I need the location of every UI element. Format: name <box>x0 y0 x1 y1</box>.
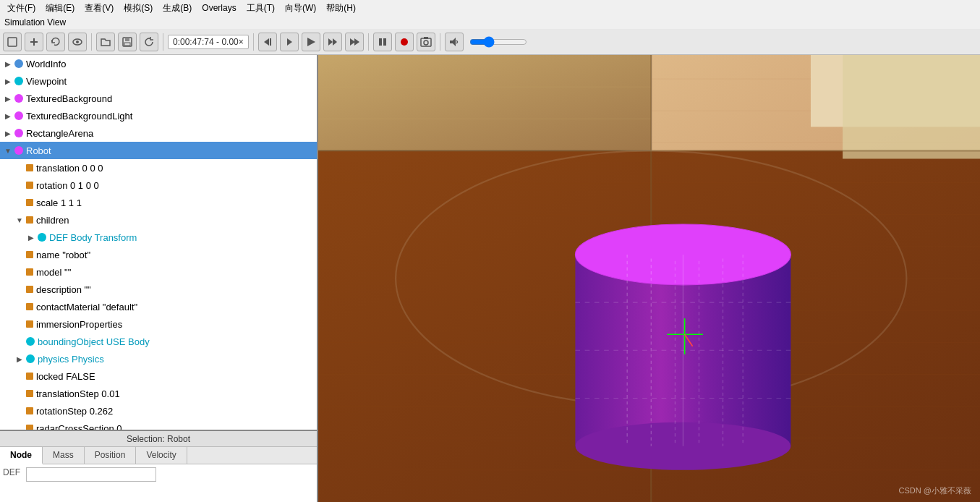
tree-label-immersion: immersionProperties <box>36 319 122 330</box>
tree-label-rectarena: RectangleArena <box>26 128 93 139</box>
tree-item-translation[interactable]: translation 0 0 0 <box>0 159 317 176</box>
tree-item-bounding[interactable]: boundingObject USE Body <box>0 333 317 350</box>
tree-item-description[interactable]: description "" <box>0 281 317 298</box>
menu-wizard[interactable]: 向导(W) <box>281 1 320 16</box>
tab-position[interactable]: Position <box>85 447 137 464</box>
tree-label-rotation: rotation 0 1 0 0 <box>36 180 99 191</box>
menu-edit[interactable]: 编辑(E) <box>41 1 79 16</box>
tab-node[interactable]: Node <box>0 447 43 464</box>
svg-marker-8 <box>264 38 269 46</box>
step-back-button[interactable] <box>258 33 277 51</box>
tree-icon-name <box>26 251 33 258</box>
tree-item-def-body[interactable]: DEF Body Transform <box>0 229 317 246</box>
tree-label-children: children <box>36 215 69 226</box>
svg-marker-11 <box>307 38 315 46</box>
svg-marker-14 <box>350 38 355 46</box>
expand-arrow-physics[interactable] <box>14 354 25 364</box>
play-button[interactable] <box>302 33 320 51</box>
tree-label-texturedbglight: TexturedBackgroundLight <box>26 111 132 122</box>
record-button[interactable] <box>395 33 414 51</box>
tree-icon-worldinfo <box>14 59 23 68</box>
tree-item-viewpoint[interactable]: Viewpoint <box>0 72 317 90</box>
expand-arrow-texturedbg[interactable] <box>3 93 13 103</box>
scene-tree[interactable]: WorldInfoViewpointTexturedBackgroundText… <box>0 55 317 430</box>
tree-item-children[interactable]: children <box>0 211 317 229</box>
tree-item-radar[interactable]: radarCrossSection 0... <box>0 420 317 430</box>
tree-item-name[interactable]: name "robot" <box>0 246 317 263</box>
speed-slider[interactable] <box>469 36 527 48</box>
toolbar: 0:00:47:74 - 0.00× <box>0 29 980 55</box>
selection-bar: Selection: Robot <box>0 431 317 447</box>
menu-file[interactable]: 文件(F) <box>3 1 40 16</box>
refresh-button[interactable] <box>140 33 158 51</box>
time-display: 0:00:47:74 - 0.00× <box>168 35 249 49</box>
expand-arrow-name <box>14 250 25 260</box>
screenshot-button[interactable] <box>417 33 435 51</box>
svg-rect-44 <box>318 55 651 150</box>
tree-icon-immersion <box>26 320 33 328</box>
tree-icon-physics <box>26 354 35 363</box>
fast-forward-button[interactable] <box>323 33 342 51</box>
tree-item-scale[interactable]: scale 1 1 1 <box>0 194 317 211</box>
tree-label-radar: radarCrossSection 0... <box>36 423 129 430</box>
expand-arrow-children[interactable] <box>14 215 25 225</box>
expand-arrow-scale <box>14 197 25 208</box>
tree-item-rotation[interactable]: rotation 0 1 0 0 <box>0 176 317 194</box>
pause-button[interactable] <box>373 33 392 51</box>
tree-icon-def-body <box>38 233 46 242</box>
main-area: WorldInfoViewpointTexturedBackgroundText… <box>0 55 980 502</box>
tree-icon-robot <box>14 146 23 155</box>
tree-icon-contact <box>26 303 33 310</box>
svg-rect-6 <box>125 38 129 41</box>
menu-build[interactable]: 生成(B) <box>158 1 196 16</box>
tree-item-worldinfo[interactable]: WorldInfo <box>0 55 317 72</box>
expand-arrow-worldinfo[interactable] <box>3 59 13 69</box>
tree-label-contact: contactMaterial "default" <box>36 302 137 312</box>
bottom-content: DEF <box>0 464 317 502</box>
tree-label-viewpoint: Viewpoint <box>26 76 67 87</box>
tab-mass[interactable]: Mass <box>43 447 85 464</box>
menu-tools[interactable]: 工具(T) <box>242 1 279 16</box>
def-input[interactable] <box>26 467 156 482</box>
tree-item-robot[interactable]: Robot <box>0 142 317 159</box>
menu-simulate[interactable]: 模拟(S) <box>119 1 157 16</box>
svg-rect-16 <box>379 38 382 46</box>
tree-item-rotstep[interactable]: rotationStep 0.262 <box>0 402 317 420</box>
save-button[interactable] <box>118 33 137 51</box>
menu-overlays[interactable]: Overlays <box>197 1 240 14</box>
tree-icon-children <box>26 216 33 224</box>
expand-arrow-robot[interactable] <box>3 145 13 156</box>
tree-item-locked[interactable]: locked FALSE <box>0 367 317 385</box>
expand-arrow-def-body[interactable] <box>26 232 36 242</box>
tree-item-rectarena[interactable]: RectangleArena <box>0 124 317 142</box>
expand-arrow-bounding <box>14 336 25 346</box>
tree-item-physics[interactable]: physics Physics <box>0 350 317 367</box>
tree-icon-texturedbg <box>14 94 23 103</box>
tree-item-texturedbg[interactable]: TexturedBackground <box>0 90 317 107</box>
skip-forward-button[interactable] <box>345 33 364 51</box>
add-node-button[interactable] <box>25 33 43 51</box>
tree-item-model[interactable]: model "" <box>0 263 317 281</box>
svg-marker-13 <box>333 38 337 46</box>
open-button[interactable] <box>96 33 115 51</box>
viewport[interactable]: CSDN @小雅不采薇 <box>318 55 980 502</box>
sound-button[interactable] <box>445 33 464 51</box>
tab-velocity[interactable]: Velocity <box>136 447 187 464</box>
tree-item-contact[interactable]: contactMaterial "default" <box>0 298 317 315</box>
expand-arrow-viewpoint[interactable] <box>3 76 13 86</box>
expand-arrow-rectarena[interactable] <box>3 128 13 138</box>
expand-arrow-contact <box>14 302 25 312</box>
revert-button[interactable] <box>46 33 65 51</box>
step-forward-button[interactable] <box>280 33 299 51</box>
eye-button[interactable] <box>68 33 87 51</box>
tree-item-texturedbglight[interactable]: TexturedBackgroundLight <box>0 107 317 124</box>
new-world-button[interactable] <box>3 33 22 51</box>
tree-item-transstep[interactable]: translationStep 0.01 <box>0 385 317 402</box>
menu-help[interactable]: 帮助(H) <box>322 1 360 16</box>
expand-arrow-texturedbglight[interactable] <box>3 111 13 121</box>
menu-view[interactable]: 查看(V) <box>80 1 118 16</box>
tree-label-transstep: translationStep 0.01 <box>36 388 120 399</box>
svg-rect-17 <box>383 38 386 46</box>
tree-item-immersion[interactable]: immersionProperties <box>0 315 317 333</box>
tree-label-description: description "" <box>36 284 91 295</box>
